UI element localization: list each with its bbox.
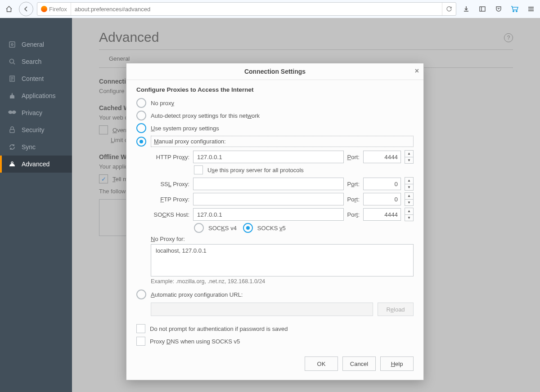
back-button[interactable] [19,2,33,16]
sidebar-label: Search [22,58,41,65]
dialog-body: Configure Proxies to Access the Internet… [126,80,423,349]
radio-icon [136,98,146,108]
sidebar-item-search[interactable]: Search [0,53,72,70]
sync-icon [8,143,16,151]
proxy-dns-checkbox[interactable]: Proxy DNS when using SOCKS v5 [136,335,414,347]
url-text[interactable]: about:preferences#advanced [71,6,442,13]
socks-port-spinner[interactable]: ▲▼ [405,208,414,221]
cart-button[interactable] [508,3,521,15]
auto-url-label: Automatic proxy configuration URL: [151,291,243,298]
ok-button[interactable]: OK [305,356,338,371]
svg-rect-8 [9,42,15,47]
http-port-input[interactable] [363,151,401,163]
radio-auto-url[interactable]: Automatic proxy configuration URL: [136,288,414,301]
radio-icon [243,223,253,233]
svg-point-10 [10,59,14,63]
http-label: HTTP Proxy: [151,154,189,160]
use-all-label: Use this proxy server for all protocols [207,167,304,174]
cancel-button[interactable]: Cancel [342,356,376,371]
use-all-protocols-checkbox[interactable]: Use this proxy server for all protocols [194,165,414,174]
checkbox-box [194,165,203,174]
sidebar-item-sync[interactable]: Sync [0,138,72,156]
preferences-sidebar: General Search Content Applications Priv… [0,18,72,392]
dialog-title-text: Connection Settings [244,68,306,75]
sidebar-label: General [22,41,44,48]
ftp-proxy-row: FTP Proxy: Port: ▲▼ [151,192,414,206]
radio-socks-v4[interactable]: SOCKS v4 [194,223,237,233]
dialog-footer: OK Cancel Help [126,349,423,380]
no-proxy-label: No Proxy for: [151,236,414,242]
ssl-port-input[interactable] [363,178,401,190]
svg-rect-0 [464,11,468,12]
sidebar-item-advanced[interactable]: Advanced [0,156,72,173]
pocket-button[interactable] [492,3,505,15]
no-prompt-checkbox[interactable]: Do not prompt for authentication if pass… [136,322,414,335]
radio-icon [136,290,146,299]
help-button[interactable]: Help [380,356,414,371]
firefox-icon [41,6,47,12]
socks-host-input[interactable] [193,208,344,221]
svg-point-3 [513,11,514,12]
no-proxy-example: Example: .mozilla.org, .net.nz, 192.168.… [151,278,414,285]
ftp-port-spinner[interactable]: ▲▼ [405,192,414,206]
radio-label: Auto-detect proxy settings for this netw… [151,112,260,119]
ssl-proxy-input[interactable] [193,178,344,190]
socks-v5-label: SOCKS v5 [257,225,286,232]
menu-button[interactable] [525,3,537,15]
radio-no-proxy[interactable]: No proxy [136,97,414,109]
sidebar-label: Content [22,75,44,82]
svg-rect-16 [10,129,14,133]
home-button[interactable] [3,3,15,15]
general-icon [8,40,16,49]
checkbox-box [136,324,145,333]
socks-port-input[interactable] [363,208,401,221]
ftp-port-input[interactable] [363,193,401,205]
sidebar-item-privacy[interactable]: Privacy [0,104,72,121]
svg-point-4 [516,11,518,12]
dialog-heading: Configure Proxies to Access the Internet [136,86,414,93]
ftp-proxy-input[interactable] [193,193,344,205]
radio-socks-v5[interactable]: SOCKS v5 [243,223,286,233]
radio-label: Manual proxy configuration: [151,136,414,147]
svg-point-9 [11,44,13,45]
sidebar-item-general[interactable]: General [0,36,72,53]
radio-icon [194,223,204,233]
no-proxy-textarea[interactable]: localhost, 127.0.0.1 [151,244,414,276]
address-bar[interactable]: Firefox about:preferences#advanced [37,2,456,16]
radio-icon [136,111,146,120]
no-prompt-label: Do not prompt for authentication if pass… [150,325,288,332]
ssl-port-spinner[interactable]: ▲▼ [405,177,414,191]
sidebar-item-security[interactable]: Security [0,121,72,138]
sidebar-label: Sync [22,143,36,151]
radio-manual-proxy[interactable]: Manual proxy configuration: [136,134,414,148]
radio-system-proxy[interactable]: Use system proxy settings [136,122,414,134]
downloads-button[interactable] [460,3,472,15]
radio-label: No proxy [151,100,174,107]
sidebar-label: Privacy [22,109,42,116]
identity-badge[interactable]: Firefox [37,3,71,15]
port-label: Port: [347,196,360,203]
connection-settings-dialog: Connection Settings × Configure Proxies … [126,63,424,380]
radio-label: Use system proxy settings [151,125,219,132]
radio-auto-detect[interactable]: Auto-detect proxy settings for this netw… [136,109,414,122]
http-proxy-input[interactable] [193,151,344,163]
radio-icon [136,137,146,147]
sidebar-item-content[interactable]: Content [0,70,72,87]
sidebar-label: Advanced [22,160,50,168]
http-proxy-row: HTTP Proxy: Port: ▲▼ [151,150,414,164]
reload-button[interactable] [442,3,456,15]
dialog-close-button[interactable]: × [415,67,419,75]
identity-label: Firefox [49,6,67,13]
reload-button: Reload [378,303,414,316]
sidebar-item-applications[interactable]: Applications [0,87,72,104]
radio-icon [136,123,146,133]
ssl-label: SSL Proxy: [151,181,189,187]
socks-label: SOCKS Host: [151,211,189,218]
sidebar-button[interactable] [476,3,489,15]
auto-url-input [151,303,373,316]
lock-icon [8,126,16,134]
checkbox-box [136,337,145,346]
socks-v4-label: SOCKS v4 [208,225,237,232]
ftp-label: FTP Proxy: [151,196,189,203]
http-port-spinner[interactable]: ▲▼ [405,150,414,164]
